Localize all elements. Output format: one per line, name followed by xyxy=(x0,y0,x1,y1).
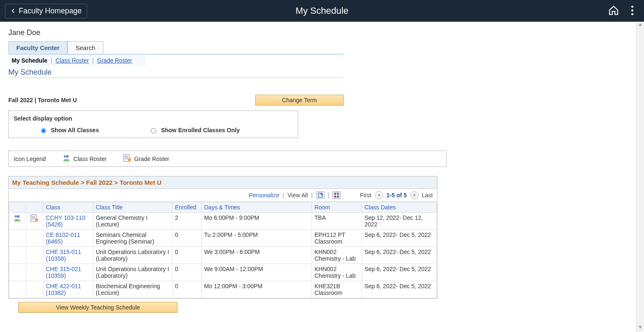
class-link[interactable]: CCHY 103-110 (5426) xyxy=(43,213,93,230)
table-header-row: Class Class Title Enrolled Days & Times … xyxy=(9,202,437,213)
col-enrolled[interactable]: Enrolled xyxy=(172,202,202,213)
class-dates-cell: Sep 6, 2022- Dec 5, 2022 xyxy=(362,230,437,247)
enrolled-cell: 2 xyxy=(172,213,202,230)
prev-page-button[interactable] xyxy=(375,191,383,199)
grade-roster-icon-cell[interactable] xyxy=(26,213,43,230)
scroll-down-icon[interactable]: ▼ xyxy=(637,324,644,332)
personalize-link[interactable]: Personalize xyxy=(249,192,279,199)
svg-point-2 xyxy=(632,13,634,15)
col-room[interactable]: Room xyxy=(312,202,362,213)
record-range: 1-5 of 5 xyxy=(387,192,407,199)
room-cell: TBA xyxy=(312,213,362,230)
class-title-cell: Unit Operations Laboratory I (Laboratory… xyxy=(93,247,172,264)
back-button[interactable]: Faculty Homepage xyxy=(5,4,87,18)
enrolled-cell: 0 xyxy=(172,247,202,264)
days-times-cell: We 9:00AM - 12:00PM xyxy=(202,264,312,281)
term-label: Fall 2022 | Toronto Met U xyxy=(8,97,255,103)
subnav-grade-roster[interactable]: Grade Roster xyxy=(97,57,132,64)
table-row: CCHY 103-110 (5426)General Chemistry I (… xyxy=(9,213,437,230)
top-bar: Faculty Homepage My Schedule xyxy=(0,0,644,22)
class-title-cell: Unit Operations Laboratory I (Laboratory… xyxy=(93,264,172,281)
class-roster-icon-cell xyxy=(9,247,26,264)
view-all-link[interactable]: View All xyxy=(287,192,308,199)
scrollbar[interactable]: ▲ ▼ xyxy=(636,22,644,332)
grade-roster-icon-cell xyxy=(26,230,43,247)
user-name: Jane Doe xyxy=(8,28,636,37)
svg-point-18 xyxy=(15,215,17,218)
scroll-up-icon[interactable]: ▲ xyxy=(637,22,644,29)
svg-rect-13 xyxy=(337,193,339,195)
class-title-cell: Seminars Chemical Engineering (Seminar) xyxy=(93,230,172,247)
class-dates-cell: Sep 12, 2022- Dec 12, 2022 xyxy=(362,213,437,230)
svg-point-1 xyxy=(632,9,634,11)
next-page-button[interactable] xyxy=(410,191,419,199)
class-dates-cell: Sep 6, 2022- Dec 5, 2022 xyxy=(362,281,437,298)
col-class-title[interactable]: Class Title xyxy=(93,202,172,213)
room-cell: KHN002 Chemistry - Lab xyxy=(312,247,362,264)
svg-marker-17 xyxy=(414,194,416,197)
grade-roster-icon-cell xyxy=(26,247,43,264)
svg-point-3 xyxy=(64,155,66,158)
class-roster-icon xyxy=(62,154,71,163)
class-link[interactable]: CE 8102-011 (6465) xyxy=(43,230,93,247)
subnav-class-roster[interactable]: Class Roster xyxy=(55,57,89,64)
top-bar-icons xyxy=(608,5,634,17)
first-link[interactable]: First xyxy=(360,192,371,199)
schedule-box: My Teaching Schedule > Fall 2022 > Toron… xyxy=(8,176,437,299)
grade-roster-icon-cell xyxy=(26,264,43,281)
svg-point-24 xyxy=(35,218,38,221)
col-class[interactable]: Class xyxy=(43,202,93,213)
table-row: CHE 315-011 (10358)Unit Operations Labor… xyxy=(9,247,437,264)
legend-grade-roster-label: Grade Roster xyxy=(134,156,169,162)
col-class-dates[interactable]: Class Dates xyxy=(362,202,437,213)
back-button-label: Faculty Homepage xyxy=(19,7,82,15)
enrolled-cell: 0 xyxy=(172,230,202,247)
legend-class-roster-label: Class Roster xyxy=(73,156,107,162)
col-days-times[interactable]: Days & Times xyxy=(202,202,312,213)
class-roster-icon-cell[interactable] xyxy=(9,213,26,230)
room-cell: KHN002 Chemistry - Lab xyxy=(312,264,362,281)
enrolled-cell: 0 xyxy=(172,264,202,281)
change-term-button[interactable]: Change Term xyxy=(255,95,344,106)
section-heading: My Schedule xyxy=(8,68,344,78)
svg-point-0 xyxy=(632,5,634,8)
subnav-my-schedule[interactable]: My Schedule xyxy=(12,57,47,64)
tab-faculty-center[interactable]: Faculty Center xyxy=(8,41,67,54)
last-link[interactable]: Last xyxy=(422,192,433,199)
zoom-icon[interactable] xyxy=(316,191,324,199)
class-dates-cell: Sep 6, 2022- Dec 5, 2022 xyxy=(362,247,437,264)
days-times-cell: Mo 12:00PM - 3:00PM xyxy=(202,281,312,298)
room-cell: EPH112 PT Classroom xyxy=(312,230,362,247)
download-icon[interactable] xyxy=(332,191,341,199)
page-title: My Schedule xyxy=(0,5,644,16)
class-link[interactable]: CHE 422-011 (10382) xyxy=(43,281,93,298)
legend-class-roster: Class Roster xyxy=(62,154,107,163)
grade-roster-icon xyxy=(123,154,132,163)
class-link[interactable]: CHE 315-011 (10358) xyxy=(43,247,93,264)
days-times-cell: Mo 6:00PM - 9:00PM xyxy=(202,213,312,230)
class-roster-icon-cell xyxy=(9,281,26,298)
radio-show-all[interactable]: Show All Classes xyxy=(39,127,99,133)
radio-show-enrolled[interactable]: Show Enrolled Classes Only xyxy=(149,127,240,133)
class-title-cell: General Chemistry I (Lecture) xyxy=(93,213,172,230)
view-weekly-button[interactable]: View Weekly Teaching Schedule xyxy=(18,302,177,313)
display-option-box: Select display option Show All Classes S… xyxy=(8,111,298,138)
svg-marker-16 xyxy=(378,194,380,197)
days-times-cell: Tu 2:00PM - 5:00PM xyxy=(202,230,312,247)
table-row: CHE 422-011 (10382)Biochemical Engineeri… xyxy=(9,281,437,298)
radio-show-enrolled-input[interactable] xyxy=(151,128,156,133)
class-roster-icon-cell xyxy=(9,264,26,281)
class-title-cell: Biochemical Engineering (Lecture) xyxy=(93,281,172,298)
class-link[interactable]: CHE 315-021 (10359) xyxy=(43,264,93,281)
more-menu-icon[interactable] xyxy=(631,5,634,17)
schedule-table: Class Class Title Enrolled Days & Times … xyxy=(9,202,437,298)
grade-roster-icon-cell xyxy=(26,281,43,298)
radio-show-all-input[interactable] xyxy=(41,128,46,133)
display-option-title: Select display option xyxy=(14,115,293,122)
svg-rect-12 xyxy=(334,193,336,195)
svg-point-4 xyxy=(66,155,69,158)
term-row: Fall 2022 | Toronto Met U Change Term xyxy=(8,95,344,106)
home-icon[interactable] xyxy=(608,5,619,17)
tab-search[interactable]: Search xyxy=(67,41,103,54)
table-row: CHE 315-021 (10359)Unit Operations Labor… xyxy=(9,264,437,281)
